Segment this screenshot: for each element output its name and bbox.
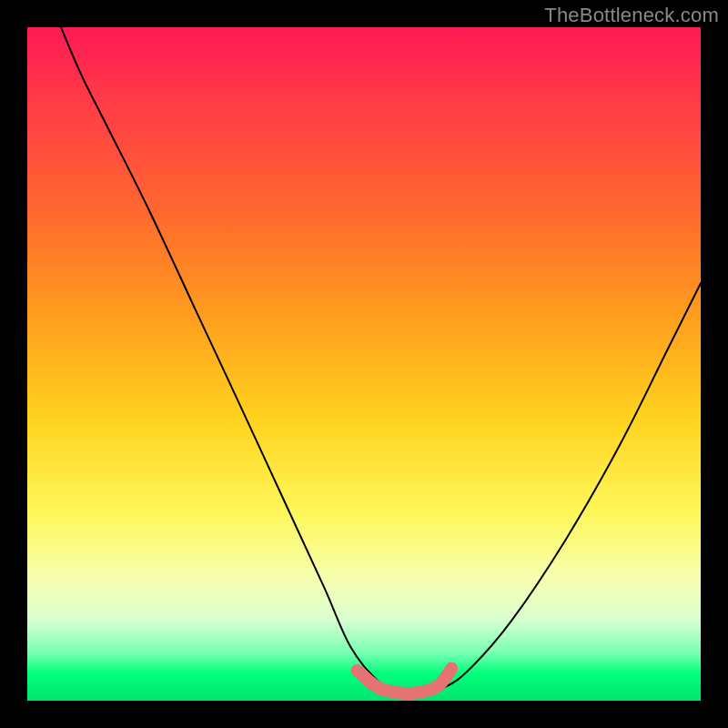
bottleneck-curve-line <box>61 27 701 695</box>
plot-area <box>27 27 701 701</box>
chart-frame: TheBottleneck.com <box>0 0 728 728</box>
trough-highlight-line <box>358 669 452 694</box>
watermark-text: TheBottleneck.com <box>544 4 719 27</box>
chart-svg <box>27 27 701 701</box>
